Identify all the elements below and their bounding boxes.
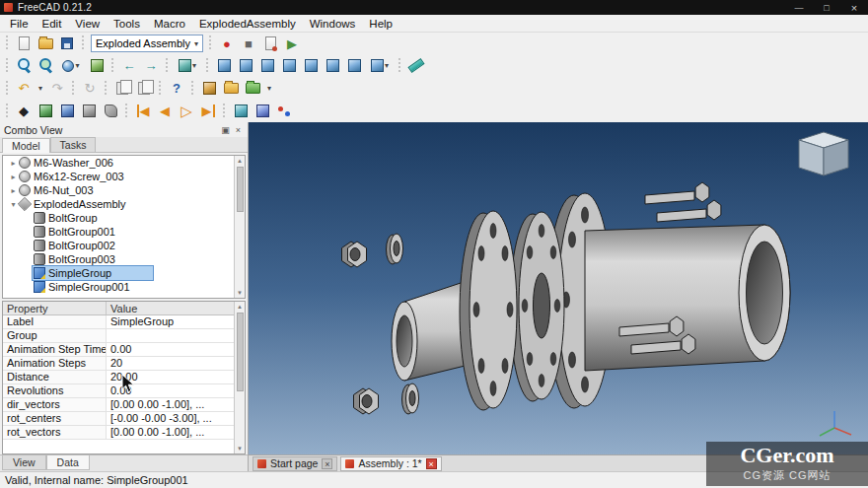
tab-view[interactable]: View [2,455,46,470]
toolbar-handle[interactable] [165,58,170,74]
open-document-button[interactable] [35,34,56,53]
property-value[interactable]: SimpleGroup [107,315,245,328]
play-animation-button[interactable]: ▷ [176,102,197,121]
trajectory-points-button[interactable] [273,102,295,121]
toolbar-handle[interactable] [208,35,213,51]
toolbar-handle[interactable] [205,58,210,74]
toolbar-handle[interactable] [222,104,227,119]
menu-macro[interactable]: Macro [147,18,192,30]
nav-forward-button[interactable]: → [140,56,162,76]
refresh-button[interactable]: ↻ [79,79,101,99]
go-to-start-button[interactable]: ◀ [132,102,154,121]
paste-button[interactable] [133,79,155,99]
scroll-down-icon[interactable]: ▼ [235,288,245,298]
menu-help[interactable]: Help [362,18,399,30]
minimize-button[interactable]: — [785,3,813,13]
whats-this-button[interactable]: ? [166,79,187,99]
scroll-up-icon[interactable]: ▲ [235,302,245,312]
toolbar-handle[interactable] [5,104,10,119]
right-view-button[interactable] [278,56,300,76]
expand-icon[interactable]: ▸ [9,173,18,181]
redo-button[interactable]: ↷ [46,79,68,99]
expand-icon[interactable]: ▸ [9,159,18,168]
tab-assembly[interactable]: Assembly : 1* × [340,456,441,471]
tree-item-nut[interactable]: ▸ M6-Nut_003 [3,183,245,197]
align-button[interactable] [230,102,252,121]
left-view-button[interactable] [343,56,365,76]
menu-tools[interactable]: Tools [107,18,147,30]
toolbar-handle[interactable] [71,81,76,97]
toolbar-handle[interactable] [190,81,195,97]
scroll-up-icon[interactable]: ▲ [235,156,245,166]
tree-item-exploded-assembly[interactable]: ▾ ExplodedAssembly [3,197,245,211]
property-value[interactable]: [-0.00 -0.00 -3.00], ... [107,412,245,425]
float-panel-icon[interactable]: ▣ [218,125,233,135]
new-simple-group-button[interactable] [56,102,78,121]
scrollbar-thumb[interactable] [237,167,244,212]
tree-scrollbar[interactable]: ▲ ▼ [234,156,245,298]
tab-data[interactable]: Data [46,455,90,470]
gasket-disc[interactable] [510,212,564,401]
fit-all-button[interactable] [13,56,35,76]
tree-item-boltgroup001[interactable]: BoltGroup001 [3,225,245,239]
menu-edit[interactable]: Edit [36,18,69,30]
maximize-button[interactable]: □ [813,3,840,13]
edit-macro-button[interactable] [259,34,281,53]
place-elements-button[interactable] [252,102,273,121]
toolbar-handle[interactable] [5,35,10,51]
tree-item-boltgroup003[interactable]: BoltGroup003 [3,252,245,266]
stop-macro-button[interactable]: ■ [238,34,259,53]
appearance-button[interactable] [198,79,220,99]
property-value[interactable]: [0.00 0.00 -1.00], ... [107,426,245,439]
toolbar-handle[interactable] [5,58,10,74]
toolbar-handle[interactable] [81,35,86,51]
undo-button[interactable]: ↶ [13,79,35,99]
linked-view-button[interactable]: ▾ [173,56,202,76]
navigation-cube[interactable] [799,132,848,175]
3d-viewport[interactable] [249,122,868,454]
rear-view-button[interactable] [300,56,322,76]
step-back-button[interactable]: ◀ [154,102,176,121]
draw-style-button[interactable]: ▾ [56,56,86,76]
menu-windows[interactable]: Windows [303,18,363,30]
new-document-button[interactable] [13,34,35,53]
workbench-selector[interactable]: Exploded Assembly ▾ [91,35,203,52]
menu-file[interactable]: File [3,18,36,30]
washer[interactable] [387,234,403,264]
close-tab-icon[interactable]: × [426,458,437,469]
zoom-selection-button[interactable] [35,56,56,76]
hex-nut[interactable] [354,388,379,414]
go-to-end-button[interactable]: ▶ [197,102,219,121]
collapse-icon[interactable]: ▾ [9,200,18,209]
save-button[interactable] [56,34,78,53]
scrollbar-thumb[interactable] [237,313,244,391]
tree-item-simplegroup001[interactable]: SimpleGroup001 [3,280,245,294]
tree-item-boltgroup[interactable]: BoltGroup [3,211,245,225]
tree-item-simplegroup[interactable]: SimpleGroup [3,266,245,280]
property-scrollbar[interactable]: ▲ ▼ [234,302,245,453]
new-bolt-group-button[interactable] [35,102,56,121]
undo-history-button[interactable]: ▾ [35,79,46,99]
toggle-tool-button[interactable] [100,102,121,121]
axonometric-button[interactable]: ▾ [365,56,395,76]
scroll-down-icon[interactable]: ▼ [235,444,245,453]
tab-start-page[interactable]: Start page × [253,456,337,471]
property-value[interactable]: 20 [107,357,245,370]
front-view-button[interactable] [235,56,256,76]
property-value[interactable] [107,329,245,342]
new-exploded-assembly-button[interactable]: ◆ [13,102,35,121]
toolbar-handle[interactable] [104,81,108,97]
close-panel-icon[interactable]: × [233,125,244,135]
property-value[interactable]: 0.00 [107,343,245,356]
copy-button[interactable] [111,79,133,99]
isometric-view-button[interactable] [213,56,235,76]
hex-nut[interactable] [342,242,367,267]
toolbar-handle[interactable] [398,58,402,74]
make-link-button[interactable] [242,79,263,99]
close-button[interactable]: × [840,2,868,14]
tab-tasks[interactable]: Tasks [50,137,97,152]
tree-item-boltgroup002[interactable]: BoltGroup002 [3,239,245,252]
top-view-button[interactable] [256,56,278,76]
expand-icon[interactable]: ▸ [9,186,18,195]
tree-item-screw[interactable]: ▸ M6x12-Screw_003 [3,170,245,183]
